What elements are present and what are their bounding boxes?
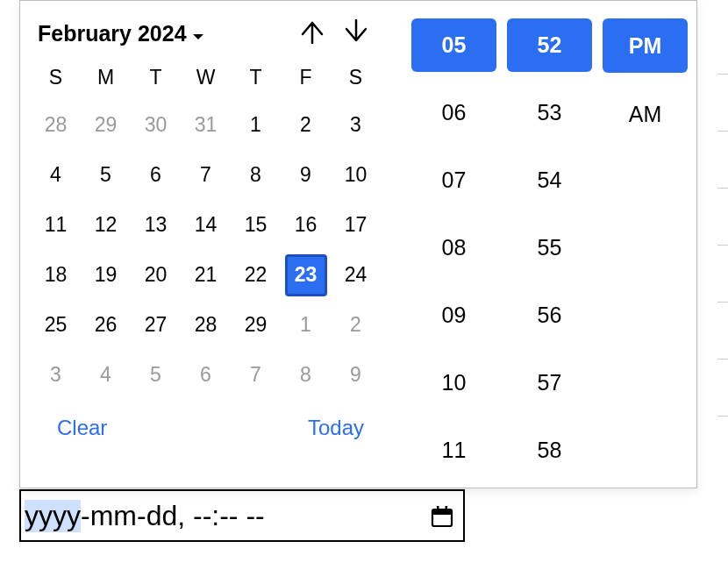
day-cell[interactable]: 31 xyxy=(181,100,231,150)
hour-option[interactable]: 11 xyxy=(411,424,496,477)
day-cell[interactable]: 10 xyxy=(331,150,381,200)
day-cell[interactable]: 1 xyxy=(231,100,281,150)
day-number: 22 xyxy=(235,254,277,296)
period-option[interactable]: AM xyxy=(603,87,688,141)
day-cell[interactable]: 24 xyxy=(331,250,381,300)
period-option[interactable]: PM xyxy=(603,18,688,73)
day-cell[interactable]: 9 xyxy=(281,150,331,200)
day-cell[interactable]: 6 xyxy=(131,150,181,200)
day-cell[interactable]: 4 xyxy=(31,150,81,200)
day-cell[interactable]: 18 xyxy=(31,250,81,300)
weekday-label: M xyxy=(81,66,131,89)
day-cell[interactable]: 3 xyxy=(31,350,81,400)
datetime-input[interactable]: yyyy -mm-dd, --:-- -- xyxy=(19,489,465,542)
day-cell[interactable]: 30 xyxy=(131,100,181,150)
datetime-input-text: yyyy -mm-dd, --:-- -- xyxy=(25,500,265,532)
day-cell[interactable]: 6 xyxy=(181,350,231,400)
day-number: 14 xyxy=(185,204,227,246)
day-cell[interactable]: 16 xyxy=(281,200,331,250)
day-cell[interactable]: 29 xyxy=(81,100,131,150)
minute-option[interactable]: 56 xyxy=(507,288,592,342)
day-cell[interactable]: 19 xyxy=(81,250,131,300)
weekday-label: T xyxy=(231,66,281,89)
input-rest-segment[interactable]: -mm-dd, --:-- -- xyxy=(81,500,265,532)
minute-option[interactable]: 57 xyxy=(507,356,592,410)
day-number: 3 xyxy=(35,354,77,396)
day-cell[interactable]: 8 xyxy=(231,150,281,200)
day-cell[interactable]: 23 xyxy=(281,250,331,300)
day-cell[interactable]: 28 xyxy=(181,300,231,350)
caret-down-icon xyxy=(192,21,204,46)
hour-option[interactable]: 05 xyxy=(411,18,496,72)
input-year-segment[interactable]: yyyy xyxy=(25,500,81,532)
day-cell[interactable]: 26 xyxy=(81,300,131,350)
hours-column[interactable]: 05060708091011 xyxy=(411,18,496,477)
day-cell[interactable]: 7 xyxy=(231,350,281,400)
calendar-icon[interactable] xyxy=(430,503,454,528)
next-month-button[interactable] xyxy=(343,18,369,48)
hour-option[interactable]: 10 xyxy=(411,356,496,410)
day-cell[interactable]: 20 xyxy=(131,250,181,300)
svg-rect-1 xyxy=(432,509,452,515)
day-number: 18 xyxy=(35,254,77,296)
day-cell[interactable]: 9 xyxy=(331,350,381,400)
day-cell[interactable]: 2 xyxy=(331,300,381,350)
weekday-label: W xyxy=(181,66,231,89)
day-cell[interactable]: 27 xyxy=(131,300,181,350)
day-number: 4 xyxy=(85,354,127,396)
day-cell[interactable]: 21 xyxy=(181,250,231,300)
period-column[interactable]: PMAM xyxy=(603,18,688,477)
day-number: 4 xyxy=(35,154,77,196)
hour-option[interactable]: 09 xyxy=(411,288,496,342)
day-cell[interactable]: 11 xyxy=(31,200,81,250)
day-number: 3 xyxy=(335,104,377,146)
month-nav xyxy=(299,18,383,48)
day-number: 29 xyxy=(235,304,277,346)
date-panel: February 2024 SMTWTFS 28293031 xyxy=(31,11,390,477)
day-cell[interactable]: 15 xyxy=(231,200,281,250)
day-number: 27 xyxy=(135,304,177,346)
day-cell[interactable]: 8 xyxy=(281,350,331,400)
minutes-column[interactable]: 52535455565758 xyxy=(507,18,592,477)
calendar-header: February 2024 xyxy=(31,18,390,66)
day-cell[interactable]: 3 xyxy=(331,100,381,150)
day-cell[interactable]: 5 xyxy=(81,150,131,200)
today-button[interactable]: Today xyxy=(308,416,364,440)
day-cell[interactable]: 14 xyxy=(181,200,231,250)
day-number: 28 xyxy=(185,304,227,346)
day-cell[interactable]: 29 xyxy=(231,300,281,350)
day-number: 25 xyxy=(35,304,77,346)
day-number: 7 xyxy=(185,154,227,196)
day-number: 8 xyxy=(235,154,277,196)
clear-button[interactable]: Clear xyxy=(57,416,107,440)
minute-option[interactable]: 55 xyxy=(507,221,592,274)
day-cell[interactable]: 4 xyxy=(81,350,131,400)
day-number: 17 xyxy=(335,204,377,246)
day-number: 9 xyxy=(335,354,377,396)
hour-option[interactable]: 08 xyxy=(411,221,496,274)
time-panel: 05060708091011 52535455565758 PMAM xyxy=(390,11,696,477)
day-cell[interactable]: 1 xyxy=(281,300,331,350)
day-cell[interactable]: 7 xyxy=(181,150,231,200)
day-cell[interactable]: 5 xyxy=(131,350,181,400)
minute-option[interactable]: 52 xyxy=(507,18,592,72)
minute-option[interactable]: 53 xyxy=(507,86,592,139)
day-cell[interactable]: 22 xyxy=(231,250,281,300)
day-cell[interactable]: 2 xyxy=(281,100,331,150)
day-number: 30 xyxy=(135,104,177,146)
day-cell[interactable]: 13 xyxy=(131,200,181,250)
day-cell[interactable]: 25 xyxy=(31,300,81,350)
day-number: 1 xyxy=(235,104,277,146)
month-year-button[interactable]: February 2024 xyxy=(38,21,204,46)
minute-option[interactable]: 54 xyxy=(507,153,592,207)
day-cell[interactable]: 28 xyxy=(31,100,81,150)
day-cell[interactable]: 17 xyxy=(331,200,381,250)
day-number: 13 xyxy=(135,204,177,246)
hour-option[interactable]: 06 xyxy=(411,86,496,139)
day-cell[interactable]: 12 xyxy=(81,200,131,250)
prev-month-button[interactable] xyxy=(299,18,325,48)
svg-rect-3 xyxy=(446,506,448,511)
weekday-label: F xyxy=(281,66,331,89)
hour-option[interactable]: 07 xyxy=(411,153,496,207)
minute-option[interactable]: 58 xyxy=(507,424,592,477)
